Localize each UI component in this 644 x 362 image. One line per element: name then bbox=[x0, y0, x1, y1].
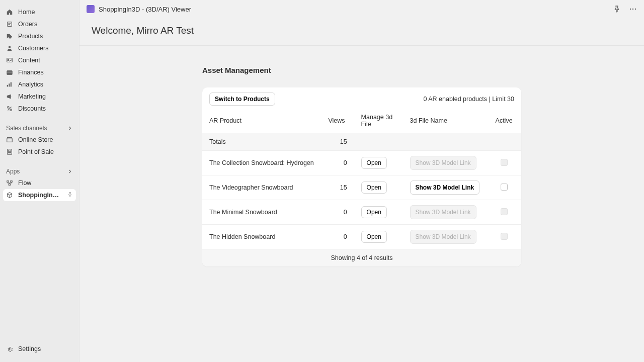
sidebar-item-point-of-sale[interactable]: Point of Sale bbox=[0, 146, 79, 158]
col-manage: Manage 3d File bbox=[354, 110, 403, 133]
sidebar-item-finances[interactable]: Finances bbox=[0, 66, 79, 78]
orders-icon bbox=[6, 21, 13, 28]
active-checkbox bbox=[501, 208, 508, 215]
svg-point-14 bbox=[10, 152, 11, 153]
active-checkbox bbox=[501, 233, 508, 240]
svg-rect-7 bbox=[11, 82, 12, 87]
sidebar-item-discounts[interactable]: Discounts bbox=[0, 103, 79, 115]
show-3d-link-button: Show 3D Model Link bbox=[410, 205, 476, 219]
sidebar-item-label: Home bbox=[18, 9, 73, 16]
svg-rect-16 bbox=[11, 181, 13, 183]
svg-point-1 bbox=[9, 46, 11, 48]
settings-label: Settings bbox=[18, 345, 73, 352]
pagination-text: Showing 4 of 4 results bbox=[202, 249, 521, 266]
open-button[interactable]: Open bbox=[361, 182, 387, 194]
more-icon[interactable] bbox=[629, 5, 637, 13]
col-active: Active bbox=[487, 110, 521, 133]
sales-channels-label: Sales channels bbox=[6, 125, 47, 132]
sidebar-item-home[interactable]: Home bbox=[0, 6, 79, 18]
sidebar-item-online-store[interactable]: Online Store bbox=[0, 134, 79, 146]
sidebar-item-label: Products bbox=[18, 33, 73, 40]
sidebar-item-label: Flow bbox=[18, 179, 73, 187]
sidebar-item-label: Analytics bbox=[18, 81, 73, 88]
section-title: Asset Management bbox=[202, 66, 521, 74]
views-value: 15 bbox=[321, 175, 354, 200]
col-product: AR Product bbox=[202, 110, 321, 133]
pin-icon[interactable] bbox=[613, 5, 621, 13]
totals-row: Totals 15 bbox=[202, 133, 521, 151]
views-value: 0 bbox=[321, 200, 354, 225]
chevron-right-icon bbox=[67, 168, 73, 174]
sidebar-item-customers[interactable]: Customers bbox=[0, 42, 79, 54]
topbar: ShoppingIn3D - (3D/AR) Viewer bbox=[79, 0, 644, 18]
sidebar-item-label: ShoppingIn3D - (3D/A... bbox=[18, 192, 62, 199]
welcome-heading: Welcome, Mirro AR Test bbox=[79, 18, 644, 46]
table-row: The Videographer Snowboard15OpenShow 3D … bbox=[202, 175, 521, 200]
box3d-icon bbox=[6, 192, 13, 199]
svg-point-3 bbox=[8, 59, 9, 60]
sidebar-item-products[interactable]: Products bbox=[0, 30, 79, 42]
svg-rect-5 bbox=[7, 85, 8, 87]
finances-icon bbox=[6, 69, 13, 76]
content-icon bbox=[6, 57, 13, 64]
svg-point-20 bbox=[635, 9, 636, 10]
open-button[interactable]: Open bbox=[361, 157, 387, 169]
sales-channels-header[interactable]: Sales channels bbox=[0, 122, 79, 134]
switch-to-products-button[interactable]: Switch to Products bbox=[209, 93, 275, 106]
svg-point-12 bbox=[9, 152, 9, 153]
svg-rect-17 bbox=[9, 184, 11, 186]
sidebar-item-orders[interactable]: Orders bbox=[0, 18, 79, 30]
pin-icon[interactable] bbox=[67, 192, 73, 199]
page-title: ShoppingIn3D - (3D/AR) Viewer bbox=[99, 6, 605, 13]
views-value: 0 bbox=[321, 151, 354, 175]
home-icon bbox=[6, 9, 13, 16]
sidebar-item-label: Content bbox=[18, 57, 73, 64]
table-row: The Hidden Snowboard0OpenShow 3D Model L… bbox=[202, 225, 521, 249]
asset-card: Switch to Products 0 AR enabled products… bbox=[202, 87, 521, 266]
app-icon bbox=[87, 5, 95, 13]
apps-header[interactable]: Apps bbox=[0, 165, 79, 177]
products-icon bbox=[6, 33, 13, 40]
sidebar-item-shoppingin3d-3d-a-[interactable]: ShoppingIn3D - (3D/A... bbox=[3, 189, 76, 201]
col-filename: 3d File Name bbox=[403, 110, 487, 133]
open-button[interactable]: Open bbox=[361, 231, 387, 243]
product-name: The Collection Snowboard: Hydrogen bbox=[202, 151, 321, 175]
svg-rect-0 bbox=[8, 22, 12, 27]
show-3d-link-button: Show 3D Model Link bbox=[410, 156, 476, 170]
open-button[interactable]: Open bbox=[361, 206, 387, 218]
product-name: The Minimal Snowboard bbox=[202, 200, 321, 225]
totals-label: Totals bbox=[202, 133, 321, 151]
product-name: The Hidden Snowboard bbox=[202, 225, 321, 249]
table-row: The Minimal Snowboard0OpenShow 3D Model … bbox=[202, 200, 521, 225]
show-3d-link-button[interactable]: Show 3D Model Link bbox=[410, 180, 480, 195]
sidebar-item-settings[interactable]: Settings bbox=[0, 343, 79, 355]
product-name: The Videographer Snowboard bbox=[202, 175, 321, 200]
sidebar-item-label: Online Store bbox=[18, 136, 73, 143]
sidebar-item-flow[interactable]: Flow bbox=[0, 177, 79, 189]
sidebar-item-label: Discounts bbox=[18, 105, 73, 112]
sidebar-item-label: Point of Sale bbox=[18, 148, 73, 155]
sidebar-item-content[interactable]: Content bbox=[0, 54, 79, 66]
svg-point-8 bbox=[8, 107, 10, 109]
sidebar-item-analytics[interactable]: Analytics bbox=[0, 78, 79, 90]
customers-icon bbox=[6, 45, 13, 52]
svg-point-18 bbox=[630, 9, 631, 10]
table-row: The Collection Snowboard: Hydrogen0OpenS… bbox=[202, 151, 521, 175]
flow-icon bbox=[6, 179, 13, 187]
sidebar-item-label: Finances bbox=[18, 69, 73, 76]
sidebar-item-label: Orders bbox=[18, 21, 73, 28]
col-views: Views bbox=[321, 110, 354, 133]
analytics-icon bbox=[6, 81, 13, 88]
asset-table: AR Product Views Manage 3d File 3d File … bbox=[202, 110, 521, 249]
totals-views: 15 bbox=[321, 133, 354, 151]
sidebar-item-marketing[interactable]: Marketing bbox=[0, 90, 79, 103]
marketing-icon bbox=[6, 93, 13, 100]
store-icon bbox=[6, 136, 13, 143]
active-checkbox bbox=[501, 159, 508, 166]
svg-rect-15 bbox=[7, 181, 9, 183]
svg-point-13 bbox=[9, 152, 10, 153]
sidebar-item-label: Marketing bbox=[18, 93, 73, 100]
active-checkbox[interactable] bbox=[501, 184, 508, 191]
limit-text: 0 AR enabled products | Limit 30 bbox=[424, 96, 514, 103]
discounts-icon bbox=[6, 105, 13, 112]
